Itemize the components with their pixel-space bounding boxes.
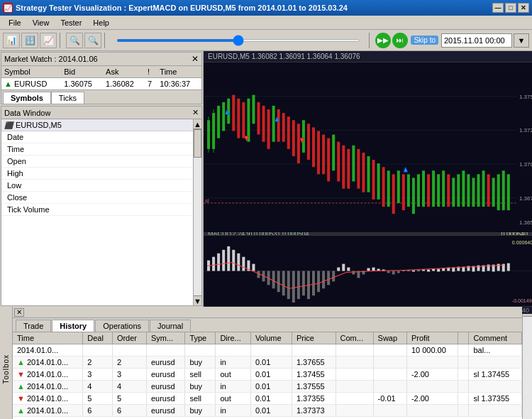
svg-rect-33 [327, 138, 330, 182]
svg-rect-36 [342, 146, 345, 189]
svg-rect-79 [217, 253, 220, 271]
bottom-close-button[interactable]: ✕ [14, 308, 24, 317]
cell-comment: sl 1.37355 [469, 393, 522, 405]
cell-sym: eurusd [146, 393, 184, 405]
cell-time: ▲ 2014.01.0... [13, 357, 83, 369]
svg-rect-49 [407, 174, 410, 207]
cell-sym: eurusd [146, 381, 184, 393]
history-table: Time Deal Order Sym... Type Dire... Volu… [13, 332, 522, 417]
cell-deal: 4 [83, 381, 113, 393]
cell-dir [216, 344, 250, 357]
skip-to-input[interactable] [441, 33, 512, 48]
svg-rect-98 [312, 271, 315, 295]
svg-rect-119 [417, 270, 420, 271]
maximize-button[interactable]: □ [505, 3, 516, 13]
cell-dir: out [216, 393, 250, 405]
menu-view[interactable]: View [27, 17, 55, 28]
price-label-4: 1.36780 [519, 195, 532, 202]
tab-operations[interactable]: Operations [95, 320, 149, 332]
tab-symbols[interactable]: Symbols [3, 92, 51, 104]
svg-rect-90 [272, 271, 275, 288]
sell-icon: ▼ [17, 370, 25, 379]
cell-time: ▲ 2014.01.0... [13, 381, 83, 393]
col-sym: Sym... [146, 332, 184, 344]
table-row[interactable]: 2014.01.0... 10 000.00 bal... [13, 344, 522, 357]
cell-profit [406, 381, 458, 393]
svg-rect-68 [502, 170, 505, 210]
svg-rect-118 [412, 270, 415, 271]
svg-rect-95 [297, 271, 300, 299]
scroll-down[interactable]: ▼ [194, 295, 201, 305]
table-row[interactable]: ▲ 2014.01.0... 6 6 eurusd buy in 0.01 1.… [13, 405, 522, 417]
sell-icon: ▼ [17, 394, 25, 403]
cell-extra [458, 344, 469, 357]
cell-swap [373, 357, 406, 369]
cell-type [185, 344, 216, 357]
svg-rect-38 [352, 146, 355, 182]
col-price: Price [292, 332, 336, 344]
table-row[interactable]: ▼ 2014.01.0... 3 3 eurusd sell out 0.01 … [13, 369, 522, 381]
speed-slider[interactable] [116, 39, 360, 42]
market-bid: 1.36075 [61, 78, 103, 90]
svg-rect-63 [477, 174, 480, 207]
table-row[interactable]: ▲ 2014.01.0... 4 4 eurusd buy in 0.01 1.… [13, 381, 522, 393]
cell-sym: eurusd [146, 357, 184, 369]
tab-history[interactable]: History [52, 320, 94, 332]
skip-button[interactable]: ⏭ [392, 33, 408, 48]
cell-time: ▼ 2014.01.0... [13, 369, 83, 381]
cell-vol: 0.01 [250, 393, 292, 405]
symbol-icon: ▲ [4, 80, 12, 88]
svg-text:sl: sl [205, 197, 209, 204]
graph-button[interactable]: 📈 [40, 33, 57, 48]
svg-text:-0.001490: -0.001490 [512, 298, 532, 303]
svg-rect-44 [382, 167, 385, 207]
market-watch-close[interactable]: ✕ [192, 54, 199, 64]
svg-rect-26 [292, 120, 295, 156]
close-button[interactable]: ✕ [518, 3, 529, 13]
market-row-eurusd[interactable]: ▲EURUSD 1.36075 1.36082 7 10:36:37 [1, 78, 201, 90]
table-row[interactable]: ▲ 2014.01.0... 2 2 eurusd buy in 0.01 1.… [13, 357, 522, 369]
left-panel: Market Watch : 2014.01.06 ✕ Symbol Bid A… [0, 51, 204, 307]
toolbar: 📊 🔢 📈 🔍 🔍 ▶▶ ⏭ Skip to ▼ [0, 30, 532, 51]
fast-forward-button[interactable]: ▶▶ [375, 33, 391, 48]
market-watch: Market Watch : 2014.01.06 ✕ Symbol Bid A… [1, 52, 202, 104]
zoom-out-button[interactable]: 🔍 [84, 33, 101, 48]
bottom-scrollbar[interactable]: ▲ ▼ [522, 307, 532, 419]
cell-dir: in [216, 357, 250, 369]
cell-price: 1.37655 [292, 357, 336, 369]
cell-com [336, 369, 373, 381]
cell-deal: 2 [83, 357, 113, 369]
scroll-thumb[interactable] [194, 129, 201, 158]
data-fields-list: Date Time Open High [1, 131, 193, 216]
svg-rect-86 [252, 263, 255, 271]
toolbox-label: Toolbox [2, 354, 10, 383]
svg-rect-23 [277, 109, 280, 142]
chart-button[interactable]: 📊 [3, 33, 20, 48]
cell-swap [373, 405, 406, 417]
menu-tester[interactable]: Tester [55, 17, 87, 28]
table-row[interactable]: ▼ 2014.01.0... 5 5 eurusd sell out 0.01 … [13, 393, 522, 405]
data-window-scrollbar[interactable]: ▲ ▼ [193, 119, 201, 305]
cell-order: 3 [112, 369, 146, 381]
scroll-up[interactable]: ▲ [194, 119, 201, 129]
main-layout: Market Watch : 2014.01.06 ✕ Symbol Bid A… [0, 51, 532, 307]
params-button[interactable]: 🔢 [21, 33, 38, 48]
tab-journal[interactable]: Journal [150, 320, 191, 332]
svg-rect-135 [497, 263, 500, 271]
svg-rect-35 [337, 142, 340, 182]
toolbox-sidebar: Toolbox [0, 307, 13, 419]
menu-help[interactable]: Help [87, 17, 115, 28]
skip-dropdown[interactable]: ▼ [514, 33, 529, 48]
tab-ticks[interactable]: Ticks [51, 92, 84, 104]
menu-file[interactable]: File [3, 17, 27, 28]
data-window-close[interactable]: ✕ [192, 108, 199, 117]
tab-trade[interactable]: Trade [16, 320, 51, 332]
cell-extra [458, 393, 469, 405]
svg-rect-66 [492, 178, 495, 207]
cell-dir: out [216, 369, 250, 381]
zoom-in-button[interactable]: 🔍 [66, 33, 83, 48]
minimize-button[interactable]: — [492, 3, 504, 13]
svg-rect-39 [357, 149, 360, 189]
svg-rect-31 [317, 131, 320, 174]
cell-vol: 0.01 [250, 381, 292, 393]
